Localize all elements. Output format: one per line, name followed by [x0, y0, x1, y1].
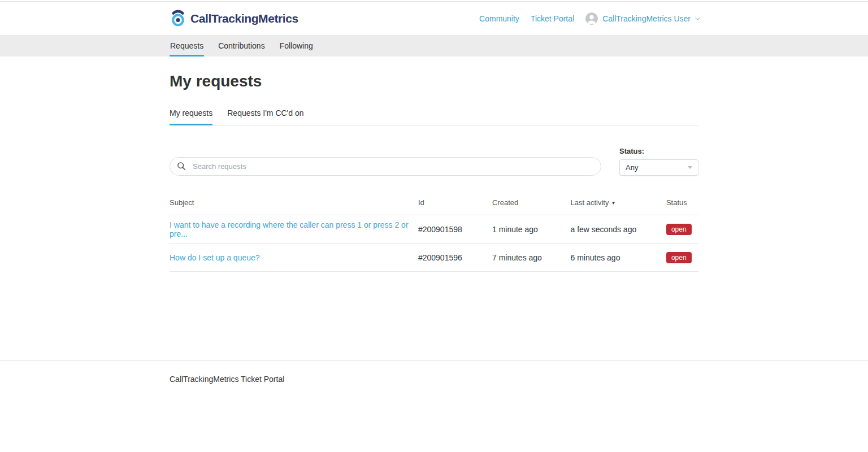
chevron-down-icon: [695, 15, 700, 20]
column-header-id[interactable]: Id: [418, 198, 492, 215]
tab-contributions[interactable]: Contributions: [218, 35, 266, 56]
requests-table: Subject Id Created Last activity▼ Status…: [170, 198, 698, 272]
main-content: My requests My requests Requests I'm CC'…: [0, 56, 868, 360]
status-filter-select[interactable]: Any: [619, 159, 698, 176]
ticket-portal-link[interactable]: Ticket Portal: [531, 14, 574, 23]
user-name: CallTrackingMetrics User: [602, 14, 691, 23]
footer-portal-title: CallTrackingMetrics Ticket Portal: [170, 375, 284, 384]
table-row: I want to have a recording where the cal…: [170, 215, 698, 244]
status-badge: open: [666, 252, 692, 263]
search-input[interactable]: [170, 157, 601, 176]
tab-requests-label: Requests: [170, 41, 203, 50]
tab-contributions-label: Contributions: [218, 41, 265, 50]
user-avatar: [585, 12, 598, 25]
request-created: 1 minute ago: [492, 215, 571, 244]
status-filter-value: Any: [626, 163, 638, 172]
filter-controls: Status: Any: [170, 147, 698, 176]
column-header-subject[interactable]: Subject: [170, 198, 418, 215]
search-box: [170, 157, 601, 176]
table-header-row: Subject Id Created Last activity▼ Status: [170, 198, 698, 215]
search-icon: [177, 162, 186, 173]
column-header-last-activity-label: Last activity: [570, 198, 609, 207]
request-subject-link[interactable]: I want to have a recording where the cal…: [170, 220, 409, 238]
site-footer: CallTrackingMetrics Ticket Portal: [0, 360, 868, 398]
request-created: 7 minutes ago: [492, 244, 571, 272]
community-link[interactable]: Community: [479, 14, 519, 23]
status-filter: Status: Any: [619, 147, 698, 176]
request-last-activity: a few seconds ago: [570, 215, 666, 244]
subtab-requests-ccd-on[interactable]: Requests I'm CC'd on: [227, 108, 303, 125]
column-header-last-activity[interactable]: Last activity▼: [570, 198, 666, 215]
request-id: #200901596: [418, 244, 492, 272]
table-row: How do I set up a queue? #200901596 7 mi…: [170, 244, 698, 272]
portal-nav-bar: Requests Contributions Following: [0, 35, 868, 56]
status-filter-label: Status:: [619, 147, 698, 155]
page-title: My requests: [170, 56, 698, 90]
request-subject-link[interactable]: How do I set up a queue?: [170, 253, 260, 262]
sort-descending-icon: ▼: [611, 201, 615, 206]
column-header-status[interactable]: Status: [666, 198, 698, 215]
subtab-my-requests[interactable]: My requests: [170, 108, 212, 125]
subtab-my-requests-label: My requests: [170, 108, 212, 118]
calltrackingmetrics-logo[interactable]: CallTrackingMetrics: [170, 8, 298, 29]
dropdown-caret-icon: [688, 166, 692, 169]
request-last-activity: 6 minutes ago: [570, 244, 666, 272]
site-header: CallTrackingMetrics Community Ticket Por…: [0, 2, 868, 35]
tab-following-label: Following: [280, 41, 313, 50]
user-menu[interactable]: CallTrackingMetrics User: [585, 12, 698, 25]
column-header-created[interactable]: Created: [492, 198, 571, 215]
status-badge: open: [666, 224, 692, 235]
request-id: #200901598: [418, 215, 492, 244]
subtab-requests-ccd-on-label: Requests I'm CC'd on: [227, 108, 303, 118]
tab-following[interactable]: Following: [279, 35, 314, 56]
logo-wordmark: CallTrackingMetrics: [190, 12, 298, 25]
phone-dial-logo-icon: [170, 8, 186, 29]
tab-requests[interactable]: Requests: [170, 35, 204, 56]
request-subtabs: My requests Requests I'm CC'd on: [170, 108, 698, 125]
